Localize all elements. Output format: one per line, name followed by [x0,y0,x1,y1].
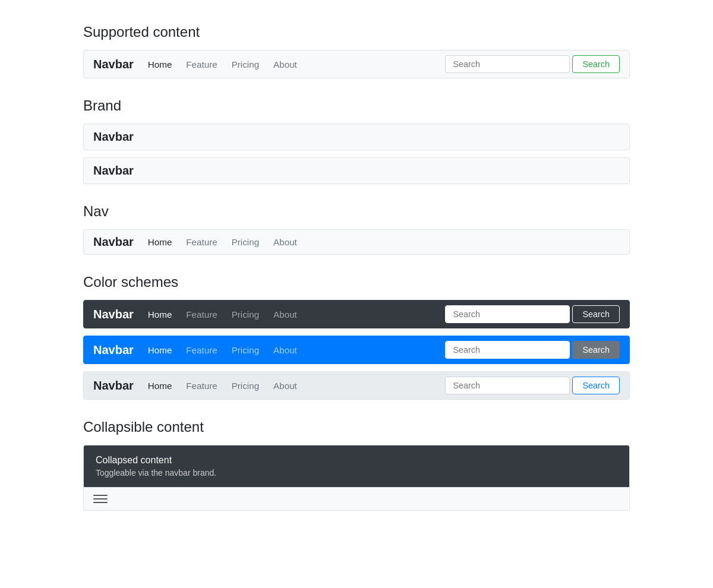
navbar-brand-supported: Navbar [93,58,134,71]
search-button-light[interactable]: Search [572,377,620,394]
navbar-nav-supported: Home Feature Pricing About [143,57,446,72]
light-nav-pricing[interactable]: Pricing [227,378,264,393]
brand-only-label-2: Navbar [93,164,134,178]
navbar-light-brand: Navbar [93,379,134,393]
search-input-light[interactable] [445,377,570,394]
navbar-search-supported: Search [445,55,620,73]
light-nav-feature[interactable]: Feature [181,378,222,393]
collapsible-header-title: Collapsed content [96,455,617,466]
dark-nav-feature[interactable]: Feature [181,307,222,322]
dark-nav-about[interactable]: About [269,307,302,322]
search-button-dark[interactable]: Search [572,305,620,323]
navbar-light: Navbar Home Feature Pricing About Search [83,371,630,400]
search-input-supported[interactable] [445,55,570,73]
primary-nav-feature[interactable]: Feature [181,343,222,358]
primary-nav-about[interactable]: About [269,343,302,358]
nav-feature[interactable]: Feature [181,235,222,249]
navbar-dark-search: Search [445,305,620,323]
supported-content-navbar: Navbar Home Feature Pricing About Search [83,50,630,78]
collapsible-footer [84,487,629,510]
primary-nav-pricing[interactable]: Pricing [227,343,264,358]
page-wrapper: Supported content Navbar Home Feature Pr… [71,0,642,546]
search-button-primary[interactable]: Search [572,341,620,359]
hamburger-line-3 [93,502,108,503]
nav-title: Nav [83,203,630,220]
navbar-primary-brand: Navbar [93,343,134,357]
light-nav-about[interactable]: About [269,378,302,393]
brand-only-label-1: Navbar [93,130,134,144]
nav-item-feature-supported[interactable]: Feature [181,57,222,72]
navbar-dark-brand: Navbar [93,308,134,321]
navbar-primary-search: Search [445,341,620,359]
collapsible-header-subtitle: Toggleable via the navbar brand. [96,468,617,478]
navbar-dark-nav: Home Feature Pricing About [143,307,446,322]
nav-item-about-supported[interactable]: About [269,57,302,72]
brand-navbar-2: Navbar [83,157,630,184]
light-nav-home[interactable]: Home [143,378,177,393]
search-input-dark[interactable] [445,305,570,323]
nav-section-navbar: Navbar Home Feature Pricing About [83,229,630,255]
color-schemes-title: Color schemes [83,274,630,290]
nav-navbar-brand: Navbar [93,235,134,249]
navbar-primary: Navbar Home Feature Pricing About Search [83,336,630,364]
supported-content-title: Supported content [83,24,630,40]
search-input-primary[interactable] [445,341,570,359]
nav-pricing[interactable]: Pricing [227,235,264,249]
collapsible-box: Collapsed content Toggleable via the nav… [83,445,630,511]
brand-navbar-1: Navbar [83,124,630,150]
navbar-light-nav: Home Feature Pricing About [143,378,446,393]
navbar-light-search: Search [445,377,620,394]
primary-nav-home[interactable]: Home [143,343,177,358]
collapsible-header: Collapsed content Toggleable via the nav… [84,445,629,487]
navbar-primary-nav: Home Feature Pricing About [143,343,446,358]
nav-item-home-supported[interactable]: Home [143,57,177,72]
dark-nav-pricing[interactable]: Pricing [227,307,264,322]
nav-section-nav: Home Feature Pricing About [143,235,620,249]
navbar-dark: Navbar Home Feature Pricing About Search [83,300,630,328]
brand-title: Brand [83,97,630,114]
nav-item-pricing-supported[interactable]: Pricing [227,57,264,72]
hamburger-line-2 [93,498,108,500]
nav-about[interactable]: About [269,235,302,249]
hamburger-toggle[interactable] [93,495,108,503]
hamburger-line-1 [93,495,108,496]
nav-home[interactable]: Home [143,235,177,249]
collapsible-title: Collapsible content [83,419,630,435]
dark-nav-home[interactable]: Home [143,307,177,322]
search-button-supported[interactable]: Search [572,55,620,73]
